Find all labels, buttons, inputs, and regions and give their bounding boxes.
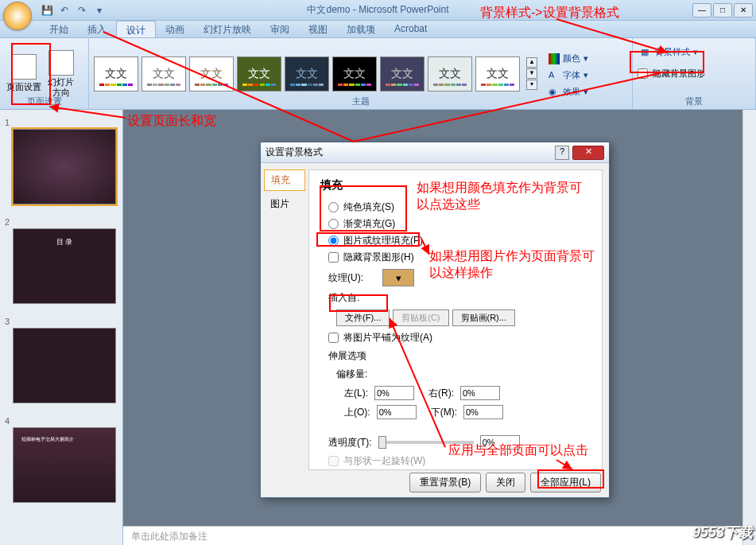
insert-from-label: 插入自: [328,291,359,305]
minimize-button[interactable]: — [692,3,711,18]
colors-button[interactable]: 颜色 ▾ [545,51,591,66]
theme-3[interactable]: 文文 [189,56,234,91]
file-button[interactable]: 文件(F)... [336,309,390,326]
colors-icon [549,53,560,64]
tab-review[interactable]: 审阅 [261,21,299,37]
transparency-label: 透明度(T): [328,436,372,450]
texture-label: 纹理(U): [328,271,376,285]
page-setup-button[interactable]: 页面设置 [5,53,43,95]
fonts-button[interactable]: A字体 ▾ [545,68,591,83]
theme-4[interactable]: 文文 [237,56,281,91]
gradient-fill-radio[interactable] [328,219,339,229]
left-spinbox[interactable] [374,386,414,400]
theme-scroll-up[interactable]: ▲ [526,57,537,68]
dialog-close-button[interactable]: ✕ [572,146,604,160]
tab-view[interactable]: 视图 [299,21,337,37]
bottom-spinbox[interactable] [463,405,503,419]
dialog-help-button[interactable]: ? [555,146,569,160]
slide-panel[interactable]: 1 2 目 录 3 4 招摘标电子交易大捆简介 [0,110,123,545]
slide-thumb-4[interactable]: 招摘标电子交易大捆简介 [13,427,116,503]
clipart-button[interactable]: 剪贴画(R)... [452,309,515,326]
theme-5[interactable]: 文文 [285,56,329,91]
watermark: 9553下载 [692,523,753,542]
theme-1[interactable]: 文文 [94,56,138,91]
titlebar: 💾 ↶ ↷ ▾ 中文demo - Microsoft PowerPoint — … [0,0,756,21]
slide-orientation-button[interactable]: 幻灯片 方向 [46,49,76,98]
slide-thumb-3[interactable] [13,328,116,403]
tab-animations[interactable]: 动画 [156,21,194,37]
orientation-icon [48,50,74,76]
rotate-label: 与形状一起旋转(W) [343,454,425,468]
fonts-icon: A [549,70,560,81]
texture-picker[interactable]: ▾ [382,269,414,286]
page-setup-label: 页面设置 [6,81,41,93]
page-setup-icon [11,54,37,80]
maximize-button[interactable]: □ [713,3,732,18]
rotate-checkbox[interactable] [328,456,339,466]
top-label: 上(O): [344,406,370,419]
transparency-spinbox[interactable] [480,435,520,450]
nav-fill[interactable]: 填充 [264,169,305,191]
tile-checkbox[interactable] [328,333,339,343]
theme-scroll-down[interactable]: ▼ [526,68,537,79]
tab-slideshow[interactable]: 幻灯片放映 [194,21,261,37]
close-button-dlg[interactable]: 关闭 [486,473,525,492]
theme-scroll-more[interactable]: ▾ [526,80,537,90]
tab-insert[interactable]: 插入 [78,21,116,37]
solid-fill-label: 纯色填充(S) [343,200,394,214]
apply-all-button[interactable]: 全部应用(L) [530,473,601,492]
tile-label: 将图片平铺为纹理(A) [343,331,432,345]
tab-home[interactable]: 开始 [40,21,78,37]
slide-thumb-1[interactable] [13,129,116,204]
top-spinbox[interactable] [377,405,417,419]
hide-bg-label: 隐藏背景图形 [653,68,705,80]
slide-num-2: 2 [5,217,10,227]
picture-fill-radio[interactable] [328,236,339,246]
theme-6[interactable]: 文文 [332,56,377,91]
dialog-title: 设置背景格式 [266,146,555,159]
quick-access-toolbar: 💾 ↶ ↷ ▾ [40,3,107,18]
picture-fill-label: 图片或纹理填充(P) [343,234,423,247]
theme-9[interactable]: 文文 [475,56,520,91]
page-setup-group-label: 页面设置 [0,95,88,107]
vertical-scrollbar[interactable] [742,110,756,545]
theme-7[interactable]: 文文 [380,56,425,91]
slide-num-1: 1 [5,118,10,127]
bg-styles-button[interactable]: ▦背景样式 ▾ [638,45,701,60]
background-group-label: 背景 [633,95,755,107]
hide-bg-graphics-checkbox[interactable] [328,252,339,263]
gradient-fill-label: 渐变填充(G) [343,217,395,231]
nav-picture[interactable]: 图片 [264,194,305,214]
close-button[interactable]: ✕ [734,3,753,18]
hide-bg-graphics-label: 隐藏背景图形(H) [343,251,414,264]
fill-heading: 填充 [320,178,591,193]
tab-design[interactable]: 设计 [116,21,156,37]
tab-acrobat[interactable]: Acrobat [385,21,436,37]
bg-styles-icon: ▦ [641,47,652,58]
theme-8[interactable]: 文文 [428,56,472,91]
tab-addins[interactable]: 加载项 [337,21,385,37]
transparency-slider[interactable] [378,441,474,444]
format-background-dialog: 设置背景格式 ? ✕ 填充 图片 填充 纯色填充(S) 渐变填充(G) 图片或纹… [260,142,610,498]
qat-dropdown-icon[interactable]: ▾ [92,3,107,18]
save-icon[interactable]: 💾 [40,3,54,18]
hide-bg-checkbox[interactable] [638,68,648,79]
redo-icon[interactable]: ↷ [75,3,89,18]
clipboard-button[interactable]: 剪贴板(C) [393,309,448,326]
right-spinbox[interactable] [460,386,500,400]
notes-area[interactable]: 单击此处添加备注 [123,526,756,545]
theme-2[interactable]: 文文 [142,56,186,91]
offset-label: 偏移量: [336,368,367,381]
solid-fill-radio[interactable] [328,202,339,212]
bottom-label: 下(M): [431,406,457,419]
reset-bg-button[interactable]: 重置背景(B) [409,473,481,492]
ribbon-tabs: 开始 插入 设计 动画 幻灯片放映 审阅 视图 加载项 Acrobat [0,21,756,38]
undo-icon[interactable]: ↶ [57,3,72,18]
themes-group-label: 主题 [89,95,632,107]
ribbon: 页面设置 幻灯片 方向 页面设置 文文 文文 文文 文文 [0,38,756,110]
right-label: 右(R): [428,387,454,400]
slide-num-4: 4 [5,416,10,426]
slide-thumb-2[interactable]: 目 录 [13,228,116,304]
office-button[interactable] [3,2,32,30]
stretch-label: 伸展选项 [328,349,366,363]
